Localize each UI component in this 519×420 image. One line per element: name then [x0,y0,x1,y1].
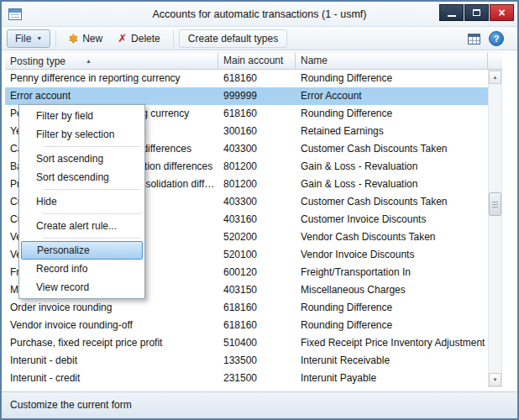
cell-main-account: 300160 [218,123,296,140]
scroll-up-icon: ▲ [493,75,498,80]
cell-main-account: 403150 [218,281,296,299]
cell-name: Gain & Loss - Revaluation [296,176,488,193]
cell-main-account: 801200 [218,158,296,176]
scrollbar-thumb[interactable] [489,192,501,216]
app-window: Accounts for automatic transactions (1 -… [0,0,519,420]
chevron-down-icon: ▼ [36,35,42,41]
delete-button-label: Delete [131,33,160,45]
cell-posting-type: Interunit - credit [5,370,218,387]
menu-separator [19,186,144,192]
scroll-down-button[interactable]: ▼ [489,373,501,386]
cell-name: Freight/Transportation In [296,264,488,281]
cell-name: Miscellaneous Charges [296,281,488,299]
file-menu-button[interactable]: File ▼ [7,29,50,48]
cell-posting-type: Order invoice rounding [5,299,218,317]
create-default-types-button[interactable]: Create default types [179,29,287,48]
cell-name: Customer Cash Discounts Taken [296,140,488,158]
new-button-label: New [82,33,102,45]
column-header-main-account[interactable]: Main account [218,53,296,69]
table-row[interactable]: Order invoice rounding618160Rounding Dif… [5,299,488,317]
menu-item-filter-by-selection[interactable]: Filter by selection [19,125,144,144]
new-button[interactable]: ✱ New [61,29,110,48]
cell-posting-type: Vendor invoice rounding-off [5,317,218,334]
menu-item-create-alert-rule[interactable]: Create alert rule... [19,217,144,235]
minimize-button[interactable] [439,4,464,21]
cell-name: Vendor Invoice Discounts [296,246,488,264]
new-icon: ✱ [69,32,78,45]
menu-item-hide[interactable]: Hide [19,192,144,211]
column-header-posting-type[interactable]: Posting type▲ [5,53,218,69]
cell-main-account: 600120 [218,264,296,281]
cell-main-account: 618160 [218,105,296,123]
cell-name: Rounding Difference [296,299,488,317]
table-row[interactable]: Error account999999Error Account [5,87,488,105]
help-button[interactable]: ? [489,31,504,46]
table-row[interactable]: Interunit - credit231500Interunit Payabl… [5,370,488,387]
window-controls: × [439,4,514,21]
cell-name: Retained Earnings [296,123,488,140]
table-row[interactable]: Vendor invoice rounding-off618160Roundin… [5,317,488,334]
maximize-icon [473,9,480,16]
cell-main-account: 520100 [218,246,296,264]
cell-name: Rounding Difference [296,317,488,334]
menu-item-personalize[interactable]: Personalize [21,241,143,260]
column-header-label: Posting type [10,55,66,67]
column-header-name[interactable]: Name [296,53,488,69]
cell-main-account: 999999 [218,87,296,105]
cell-name: Interunit Payable [296,370,488,387]
toolbar-separator [55,30,56,47]
cell-main-account: 403160 [218,211,296,228]
delete-icon: ✗ [118,32,127,45]
cell-name: Fixed Receipt Price Inventory Adjustment [296,334,488,352]
cell-posting-type: Error account [5,87,218,105]
cell-main-account: 618160 [218,70,296,87]
menu-item-sort-ascending[interactable]: Sort ascending [19,150,144,168]
title-bar: Accounts for automatic transactions (1 -… [2,2,517,27]
cell-main-account: 618160 [218,317,296,334]
context-menu-items: Filter by fieldFilter by selectionSort a… [19,107,144,297]
menu-item-sort-descending[interactable]: Sort descending [19,168,144,186]
cell-posting-type: Penny difference in reporting currency [5,70,218,87]
maximize-button[interactable] [464,4,489,21]
sort-ascending-icon: ▲ [86,58,92,64]
cell-main-account: 403300 [218,140,296,158]
cell-main-account: 801200 [218,176,296,193]
table-row[interactable]: Interunit - debit133500Interunit Receiva… [5,352,488,370]
cell-posting-type: Interunit - debit [5,352,218,370]
cell-name: Error Account [296,87,488,105]
cell-name: Gain & Loss - Revaluation [296,158,488,176]
cell-posting-type: Purchase, fixed receipt price profit [5,334,218,352]
column-header-filler [488,53,502,69]
grid-header: Posting type▲ Main account Name [5,52,502,70]
help-icon: ? [494,34,500,44]
scroll-down-icon: ▼ [493,377,498,382]
menu-item-record-info[interactable]: Record info [19,260,144,278]
grid-view-button[interactable] [464,29,484,48]
context-menu: Filter by fieldFilter by selectionSort a… [18,104,145,299]
menu-separator [19,211,144,217]
table-row[interactable]: Penny difference in reporting currency61… [5,70,488,87]
cell-name: Vendor Cash Discounts Taken [296,228,488,246]
vertical-scrollbar[interactable]: ▲ ▼ [488,70,502,387]
cell-name: Interunit Receivable [296,352,488,370]
file-menu-label: File [15,33,31,45]
close-icon: × [498,5,505,20]
cell-main-account: 510400 [218,334,296,352]
menu-item-view-record[interactable]: View record [19,278,144,297]
cell-name: Customer Cash Discounts Taken [296,193,488,211]
toolbar-separator [173,30,174,47]
minimize-icon [448,15,456,17]
menu-item-filter-by-field[interactable]: Filter by field [19,107,144,125]
status-text: Customize the current form [10,399,132,411]
delete-button[interactable]: ✗ Delete [110,29,168,48]
scroll-up-button[interactable]: ▲ [489,71,501,84]
grid-view-icon [468,34,480,45]
close-button[interactable]: × [490,4,514,21]
cell-name: Rounding Difference [296,70,488,87]
status-bar: Customize the current form [2,391,517,418]
table-row[interactable]: Purchase, fixed receipt price profit5104… [5,334,488,352]
cell-main-account: 618160 [218,299,296,317]
cell-main-account: 520200 [218,228,296,246]
menu-separator [19,235,144,241]
toolbar: File ▼ ✱ New ✗ Delete Create default typ… [2,27,517,50]
